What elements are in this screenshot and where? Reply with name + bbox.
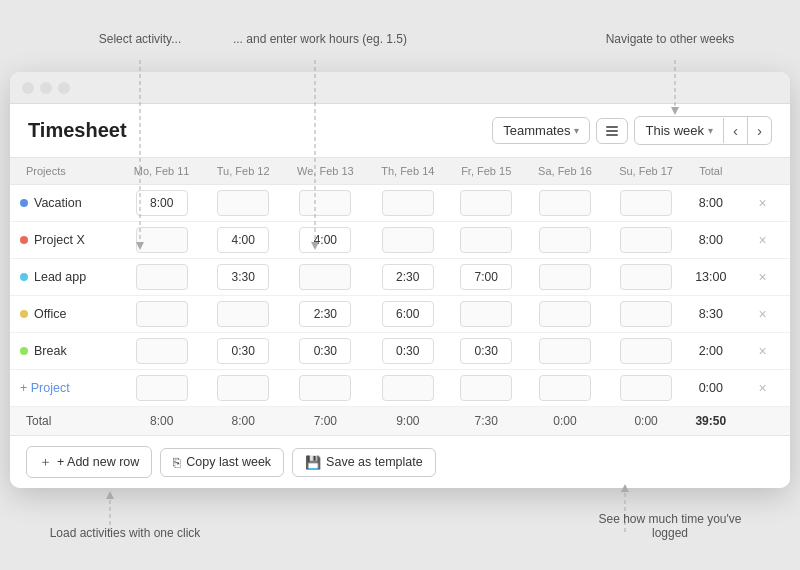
time-input-2-3[interactable]: [382, 264, 434, 290]
project-label: Vacation: [34, 196, 82, 210]
time-input-4-5[interactable]: [539, 338, 591, 364]
save-template-button[interactable]: 💾 Save as template: [292, 448, 436, 477]
time-input-4-4[interactable]: [460, 338, 512, 364]
add-project-link[interactable]: + Project: [20, 381, 116, 395]
annotation-time-logged: See how much time you've logged: [580, 512, 760, 540]
time-input-2-0[interactable]: [136, 264, 188, 290]
time-input-4-6[interactable]: [620, 338, 672, 364]
week-label-button[interactable]: This week ▾: [635, 118, 724, 143]
day-cell-0-3: [368, 185, 448, 222]
add-new-row-button[interactable]: ＋ + Add new row: [26, 446, 152, 478]
add-time-input-0[interactable]: [136, 375, 188, 401]
next-week-button[interactable]: ›: [748, 117, 771, 144]
add-day-2: [283, 370, 368, 407]
time-input-0-0[interactable]: [136, 190, 188, 216]
time-input-3-0[interactable]: [136, 301, 188, 327]
time-input-3-3[interactable]: [382, 301, 434, 327]
week-label-text: This week: [645, 123, 704, 138]
col-sat: Sa, Feb 16: [524, 158, 605, 185]
day-cell-2-4: [448, 259, 525, 296]
time-input-1-2[interactable]: [299, 227, 351, 253]
time-input-2-2[interactable]: [299, 264, 351, 290]
add-time-input-6[interactable]: [620, 375, 672, 401]
time-input-2-6[interactable]: [620, 264, 672, 290]
time-input-0-1[interactable]: [217, 190, 269, 216]
time-input-1-3[interactable]: [382, 227, 434, 253]
remove-row-button[interactable]: ×: [752, 267, 772, 287]
table-footer: ＋ + Add new row ⎘ Copy last week 💾 Save …: [10, 435, 790, 488]
tl-minimize[interactable]: [40, 82, 52, 94]
tl-maximize[interactable]: [58, 82, 70, 94]
time-input-3-4[interactable]: [460, 301, 512, 327]
day-cell-2-5: [524, 259, 605, 296]
add-time-input-2[interactable]: [299, 375, 351, 401]
time-input-0-4[interactable]: [460, 190, 512, 216]
totals-row: Total8:008:007:009:007:300:000:0039:50: [10, 407, 790, 436]
project-label: Break: [34, 344, 67, 358]
time-input-1-1[interactable]: [217, 227, 269, 253]
add-day-0: [120, 370, 203, 407]
time-input-0-3[interactable]: [382, 190, 434, 216]
row-total: 2:00: [687, 333, 735, 370]
prev-week-button[interactable]: ‹: [724, 117, 748, 144]
time-input-1-0[interactable]: [136, 227, 188, 253]
time-input-1-6[interactable]: [620, 227, 672, 253]
project-name: Office: [20, 307, 116, 321]
add-time-input-3[interactable]: [382, 375, 434, 401]
total-day-5: 0:00: [524, 407, 605, 436]
time-input-0-5[interactable]: [539, 190, 591, 216]
page-title: Timesheet: [28, 119, 127, 142]
week-chevron-icon: ▾: [708, 125, 713, 136]
remove-row-button[interactable]: ×: [752, 193, 772, 213]
day-cell-1-6: [606, 222, 687, 259]
project-name-cell: Vacation: [10, 185, 120, 222]
remove-row-button[interactable]: ×: [752, 341, 772, 361]
app-window: Timesheet Teammates ▾ This week: [10, 72, 790, 488]
time-input-4-0[interactable]: [136, 338, 188, 364]
time-input-3-1[interactable]: [217, 301, 269, 327]
time-input-4-1[interactable]: [217, 338, 269, 364]
time-input-4-3[interactable]: [382, 338, 434, 364]
time-input-3-5[interactable]: [539, 301, 591, 327]
time-input-3-6[interactable]: [620, 301, 672, 327]
total-day-4: 7:30: [448, 407, 525, 436]
remove-row-button[interactable]: ×: [752, 230, 772, 250]
project-name-cell: Break: [10, 333, 120, 370]
time-input-1-5[interactable]: [539, 227, 591, 253]
annotation-load-activities: Load activities with one click: [40, 526, 210, 540]
list-icon: [605, 124, 619, 138]
time-input-2-5[interactable]: [539, 264, 591, 290]
add-time-input-4[interactable]: [460, 375, 512, 401]
time-input-2-4[interactable]: [460, 264, 512, 290]
remove-cell: ×: [735, 296, 790, 333]
time-input-1-4[interactable]: [460, 227, 512, 253]
day-cell-2-1: [203, 259, 283, 296]
project-dot: [20, 273, 28, 281]
day-cell-1-1: [203, 222, 283, 259]
add-row-remove-button[interactable]: ×: [752, 378, 772, 398]
teammates-button[interactable]: Teammates ▾: [492, 117, 590, 144]
table-row: Vacation 8:00×: [10, 185, 790, 222]
remove-row-button[interactable]: ×: [752, 304, 772, 324]
add-time-input-5[interactable]: [539, 375, 591, 401]
time-input-0-2[interactable]: [299, 190, 351, 216]
time-input-0-6[interactable]: [620, 190, 672, 216]
time-input-2-1[interactable]: [217, 264, 269, 290]
add-time-input-1[interactable]: [217, 375, 269, 401]
week-nav: This week ▾ ‹ ›: [634, 116, 772, 145]
day-cell-4-5: [524, 333, 605, 370]
time-input-4-2[interactable]: [299, 338, 351, 364]
totals-label: Total: [10, 407, 120, 436]
traffic-lights: [22, 82, 70, 94]
time-input-3-2[interactable]: [299, 301, 351, 327]
total-day-6: 0:00: [606, 407, 687, 436]
copy-last-week-button[interactable]: ⎘ Copy last week: [160, 448, 284, 477]
col-thu: Th, Feb 14: [368, 158, 448, 185]
row-total: 8:00: [687, 185, 735, 222]
tl-close[interactable]: [22, 82, 34, 94]
add-project-row: + Project0:00×: [10, 370, 790, 407]
day-cell-4-1: [203, 333, 283, 370]
remove-cell: ×: [735, 333, 790, 370]
list-view-button[interactable]: [596, 118, 628, 144]
plus-icon: ＋: [39, 453, 52, 471]
